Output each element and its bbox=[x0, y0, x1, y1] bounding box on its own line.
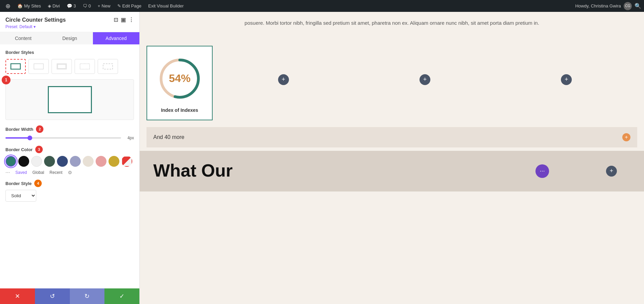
svg-rect-4 bbox=[80, 64, 90, 69]
panel-content: Border Styles bbox=[0, 44, 139, 288]
add-widget-btn-1[interactable]: + bbox=[278, 74, 289, 85]
svg-text:54%: 54% bbox=[169, 72, 190, 84]
border-width-label: Border Width 2 bbox=[5, 125, 134, 133]
border-preview-box bbox=[48, 86, 92, 113]
new-menu[interactable]: + New bbox=[95, 0, 113, 12]
add-icon: + bbox=[610, 167, 613, 175]
what-our-title: What Our bbox=[153, 161, 630, 180]
solid-border-icon bbox=[10, 62, 21, 70]
circle-counter-card[interactable]: 54% Index of Indexes bbox=[147, 46, 213, 120]
avatar[interactable]: CG bbox=[624, 2, 632, 10]
border-dotted-option[interactable] bbox=[75, 59, 95, 74]
redo-button[interactable]: ↻ bbox=[70, 288, 105, 304]
divi-menu[interactable]: ◈ Divi bbox=[45, 0, 63, 12]
widget-placeholder-2: + bbox=[354, 46, 495, 114]
my-sites-label: My Sites bbox=[24, 3, 41, 8]
comments-zero-menu[interactable]: 🗨 0 bbox=[80, 0, 94, 12]
svg-rect-5 bbox=[103, 64, 113, 69]
settings-panel: Circle Counter Settings ⊡ ▣ ⋮ Preset: De… bbox=[0, 12, 140, 304]
preset-selector[interactable]: Preset: Default ▾ bbox=[5, 24, 134, 29]
svg-rect-1 bbox=[34, 64, 43, 69]
what-our-section: What Our ··· + bbox=[140, 151, 644, 191]
my-sites-menu[interactable]: 🏠 My Sites bbox=[15, 0, 44, 12]
no-border-icon bbox=[33, 62, 44, 70]
border-style-select[interactable]: Solid Dotted Dashed Double None bbox=[5, 190, 36, 202]
options-dots-icon: ··· bbox=[540, 167, 545, 175]
redo-icon: ↻ bbox=[84, 292, 90, 300]
border-dashed-option[interactable] bbox=[98, 59, 118, 74]
exit-vb-menu[interactable]: Exit Visual Builder bbox=[145, 0, 187, 12]
body-text-section: posuere. Morbi tortor nibh, fringilla se… bbox=[140, 12, 644, 42]
color-dots[interactable]: ··· bbox=[5, 169, 10, 176]
color-tab-global[interactable]: Global bbox=[32, 170, 44, 175]
chevron-down-icon: ▾ bbox=[34, 24, 36, 29]
color-swatch-dark-green[interactable] bbox=[44, 156, 55, 167]
color-swatch-teal[interactable] bbox=[5, 156, 16, 167]
border-solid-option[interactable] bbox=[5, 59, 26, 74]
border-color-section: Border Color 3 bbox=[5, 146, 134, 176]
panel-tabs: Content Design Advanced bbox=[0, 32, 139, 44]
admin-bar-right: Howdy, Christina Gwira CG 🔍 bbox=[575, 2, 641, 10]
svg-rect-0 bbox=[11, 64, 20, 69]
minimize-icon[interactable]: ⊡ bbox=[114, 17, 118, 23]
what-our-add-btn[interactable]: + bbox=[606, 166, 617, 177]
comment-zero-icon: 🗨 bbox=[83, 3, 87, 8]
add-widget-btn-3[interactable]: + bbox=[561, 74, 572, 85]
cancel-button[interactable]: ✕ bbox=[0, 288, 35, 304]
dotted-border-icon bbox=[79, 62, 90, 70]
color-swatches bbox=[5, 156, 134, 167]
save-icon: ✓ bbox=[119, 292, 124, 300]
border-styles-label: Border Styles bbox=[5, 50, 134, 55]
border-double-option[interactable] bbox=[52, 59, 72, 74]
admin-bar: ⊕ 🏠 My Sites ◈ Divi 💬 3 🗨 0 + New ✎ Edit… bbox=[0, 0, 644, 12]
home-icon: 🏠 bbox=[17, 3, 23, 8]
more-icon[interactable]: ⋮ bbox=[129, 17, 134, 23]
panel-header: Circle Counter Settings ⊡ ▣ ⋮ Preset: De… bbox=[0, 12, 139, 32]
page-content: posuere. Morbi tortor nibh, fringilla se… bbox=[140, 12, 644, 304]
widget-placeholder-3: + bbox=[496, 46, 637, 114]
color-tab-recent[interactable]: Recent bbox=[50, 170, 62, 175]
gear-icon[interactable]: ⚙ bbox=[68, 170, 72, 175]
color-swatch-gold[interactable] bbox=[109, 156, 119, 167]
search-icon[interactable]: 🔍 bbox=[635, 3, 641, 9]
tab-content[interactable]: Content bbox=[0, 32, 46, 44]
undo-button[interactable]: ↺ bbox=[35, 288, 70, 304]
layout-icon[interactable]: ▣ bbox=[121, 17, 126, 23]
border-width-section: Border Width 2 4px bbox=[5, 125, 134, 140]
cancel-icon: ✕ bbox=[15, 292, 20, 300]
color-swatch-cream[interactable] bbox=[83, 156, 94, 167]
tab-design[interactable]: Design bbox=[46, 32, 93, 44]
circle-svg-container: 54% bbox=[154, 53, 205, 104]
color-swatch-black[interactable] bbox=[18, 156, 29, 167]
double-border-icon bbox=[56, 62, 67, 70]
widget-placeholder-1: + bbox=[213, 46, 354, 114]
divi-label: Divi bbox=[53, 3, 60, 8]
color-tab-saved[interactable]: Saved bbox=[15, 170, 27, 175]
circle-counter-widget: 54% Index of Indexes bbox=[147, 46, 213, 120]
exit-vb-label: Exit Visual Builder bbox=[148, 3, 184, 8]
border-none-option[interactable] bbox=[28, 59, 49, 74]
color-swatch-lavender[interactable] bbox=[70, 156, 81, 167]
border-width-slider[interactable] bbox=[5, 137, 121, 139]
color-swatch-pink[interactable] bbox=[96, 156, 106, 167]
wordpress-logo[interactable]: ⊕ bbox=[3, 0, 13, 12]
add-widget-btn-2[interactable]: + bbox=[419, 74, 430, 85]
border-style-options bbox=[5, 59, 134, 74]
plus-icon: + bbox=[98, 3, 100, 8]
more-section[interactable]: And 40 more + bbox=[147, 127, 637, 147]
color-tabs-row: ··· Saved Global Recent ⚙ bbox=[5, 169, 134, 176]
save-button[interactable]: ✓ bbox=[104, 288, 139, 304]
more-section-add-btn[interactable]: + bbox=[622, 133, 630, 141]
body-text: posuere. Morbi tortor nibh, fringilla se… bbox=[239, 19, 545, 27]
edit-page-menu[interactable]: ✎ Edit Page bbox=[115, 0, 144, 12]
color-swatch-navy[interactable] bbox=[57, 156, 68, 167]
color-swatch-white[interactable] bbox=[31, 156, 42, 167]
step-badge-3: 3 bbox=[35, 146, 43, 153]
color-swatch-multicolor[interactable] bbox=[121, 156, 132, 167]
comments-menu[interactable]: 💬 3 bbox=[64, 0, 79, 12]
panel-title-icons: ⊡ ▣ ⋮ bbox=[114, 17, 134, 23]
purple-options-btn[interactable]: ··· bbox=[535, 164, 549, 178]
tab-advanced[interactable]: Advanced bbox=[93, 32, 139, 44]
divi-icon: ◈ bbox=[48, 3, 51, 8]
border-color-label: Border Color 3 bbox=[5, 146, 134, 153]
